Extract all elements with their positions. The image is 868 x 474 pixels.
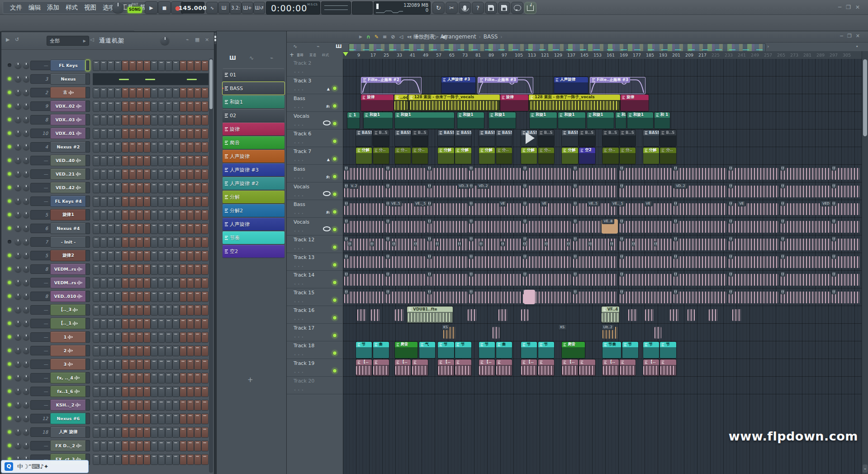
step-cell[interactable] — [165, 332, 172, 343]
step-cell[interactable] — [165, 264, 172, 275]
pattern-clip[interactable]: 【.. — [602, 359, 619, 376]
step-cell[interactable] — [151, 237, 158, 248]
channel-pan-knob[interactable] — [15, 388, 21, 394]
step-cell[interactable] — [100, 359, 107, 370]
step-cell[interactable] — [107, 60, 114, 71]
channel-volume-knob[interactable] — [23, 402, 29, 408]
track-led[interactable] — [332, 121, 337, 126]
keyboard-icon[interactable]: ⌨ — [31, 463, 40, 470]
channel-led[interactable] — [8, 335, 11, 339]
step-cell[interactable] — [158, 264, 165, 275]
step-cell[interactable] — [107, 142, 114, 153]
step-cell[interactable] — [114, 182, 122, 193]
pattern-clip[interactable]: 爬音 — [562, 342, 585, 358]
audio-wave-segment[interactable] — [832, 239, 860, 250]
channel-led[interactable] — [8, 308, 11, 311]
channel-target-number[interactable]: — — [30, 441, 51, 450]
step-cell[interactable] — [114, 155, 122, 166]
step-cell[interactable] — [180, 454, 187, 465]
step-cell[interactable] — [201, 210, 209, 220]
step-cell[interactable] — [165, 291, 172, 302]
step-cell[interactable] — [93, 142, 100, 153]
save-icon[interactable] — [485, 2, 497, 14]
audio-wave-segment[interactable] — [386, 256, 426, 268]
step-cell[interactable] — [143, 182, 151, 193]
step-cell[interactable] — [129, 101, 136, 112]
channel-led[interactable] — [8, 131, 11, 135]
pattern-clip[interactable]: 【.. — [479, 359, 495, 376]
step-cell[interactable] — [114, 87, 122, 98]
step-cell[interactable] — [187, 400, 194, 411]
mode-icon-1[interactable]: Ш — [218, 2, 230, 14]
step-cell[interactable] — [165, 169, 172, 180]
audio-wave-segment[interactable] — [729, 203, 778, 215]
step-cell[interactable] — [194, 155, 201, 166]
step-cell[interactable] — [122, 210, 129, 220]
step-cell[interactable] — [194, 169, 201, 180]
audio-wave-segment[interactable] — [674, 221, 726, 233]
step-cell[interactable] — [100, 87, 107, 98]
audio-tab-icon[interactable]: ∿ — [249, 55, 254, 61]
automation-clip[interactable]: Filte..止频率 #3 — [478, 77, 533, 94]
channel-name-button[interactable]: VDX..03 — [50, 114, 86, 125]
step-cell[interactable] — [122, 278, 129, 288]
step-cell[interactable] — [93, 332, 100, 343]
channel-name-button[interactable]: 【.._1 — [50, 318, 86, 329]
track-header[interactable]: Track 14• • • — [287, 271, 342, 288]
automation-clip[interactable]: Filte..止频率 #3 — [590, 77, 645, 94]
step-cell[interactable] — [93, 196, 100, 207]
step-cell[interactable] — [151, 291, 158, 302]
channel-selector[interactable] — [85, 60, 90, 71]
paint-icon[interactable]: ≡ — [383, 34, 387, 40]
channel-volume-knob[interactable] — [23, 239, 29, 245]
step-cell[interactable] — [100, 332, 107, 343]
audio-wave-segment[interactable] — [620, 186, 672, 197]
pattern-clip[interactable]: 奏 — [496, 342, 512, 358]
step-cell[interactable] — [158, 182, 165, 193]
stop-button[interactable]: ■ — [158, 1, 171, 14]
pattern-item[interactable]: 旋律 — [223, 123, 285, 135]
step-cell[interactable] — [151, 60, 158, 71]
channel-target-number[interactable]: — — [30, 387, 51, 396]
channel-volume-knob[interactable] — [23, 116, 29, 123]
channel-name-button[interactable]: FX D.._2 — [50, 440, 86, 451]
channel-pan-knob[interactable] — [15, 198, 21, 204]
ime-chinese-icon[interactable]: 中 — [17, 463, 23, 470]
draw-icon[interactable]: ✎ — [375, 34, 379, 40]
track-led[interactable] — [332, 245, 337, 249]
pattern-clip[interactable] — [660, 359, 676, 376]
step-cell[interactable] — [180, 196, 187, 207]
step-cell[interactable] — [114, 332, 122, 343]
step-cell[interactable] — [187, 291, 194, 302]
audio-wave-segment[interactable] — [573, 274, 618, 286]
step-cell[interactable] — [143, 345, 151, 356]
step-cell[interactable] — [107, 318, 114, 329]
track-led[interactable] — [332, 369, 337, 373]
channel-piano-preview[interactable] — [93, 73, 209, 85]
step-cell[interactable] — [107, 454, 114, 465]
track-led[interactable] — [332, 316, 337, 320]
step-cell[interactable] — [151, 278, 158, 288]
mode-icon-4[interactable]: Ш↺ — [253, 2, 265, 14]
step-cell[interactable] — [201, 169, 209, 180]
pattern-clip[interactable]: 和旋1 — [395, 112, 454, 129]
audio-wave-segment[interactable] — [344, 292, 384, 303]
channel-name-button[interactable]: VED..010 — [50, 291, 86, 302]
step-cell[interactable] — [129, 427, 136, 438]
step-cell[interactable] — [129, 400, 136, 411]
step-cell[interactable] — [180, 87, 187, 98]
step-cell[interactable] — [180, 440, 187, 451]
step-cell[interactable] — [201, 237, 209, 248]
add-pattern-button[interactable]: + — [247, 376, 253, 384]
step-cell[interactable] — [201, 128, 209, 139]
pattern-clip[interactable] — [373, 359, 389, 376]
step-cell[interactable] — [151, 155, 158, 166]
pattern-clip[interactable]: B..S — [579, 130, 595, 146]
pattern-clip[interactable]: BASS — [395, 130, 411, 146]
step-cell[interactable] — [187, 169, 194, 180]
pattern-clip[interactable]: 分.. — [660, 148, 676, 164]
pattern-clip[interactable]: 分解 — [356, 148, 372, 164]
channel-led[interactable] — [8, 63, 11, 67]
step-cell[interactable] — [172, 115, 180, 125]
step-cell[interactable] — [187, 250, 194, 261]
